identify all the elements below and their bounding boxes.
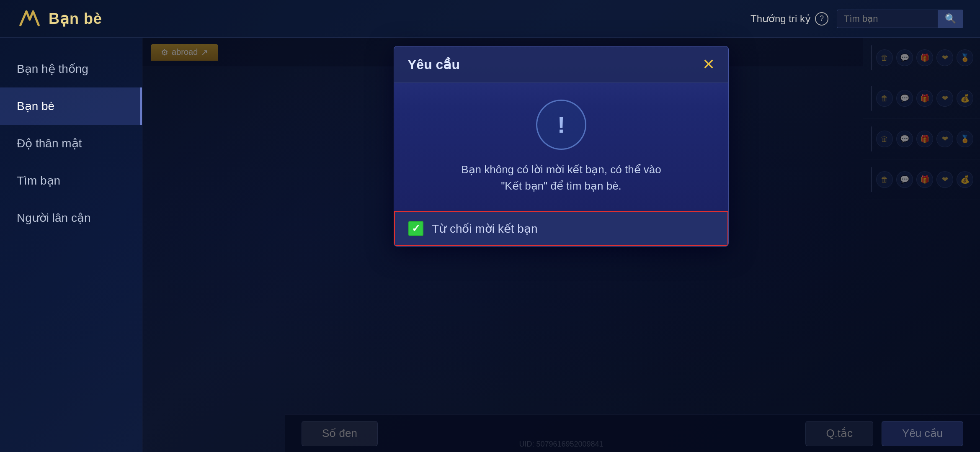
checkmark-icon: ✓ (412, 223, 420, 234)
help-icon[interactable]: ? (815, 12, 828, 26)
sidebar-item-ban-he-thong[interactable]: Bạn hệ thống (0, 50, 142, 87)
dialog-title: Yêu cầu (407, 56, 460, 72)
sidebar-item-nguoi-lan-can[interactable]: Người lân cận (0, 199, 142, 236)
sidebar-item-ban-be[interactable]: Bạn bè (0, 87, 142, 125)
search-button[interactable]: 🔍 (938, 10, 963, 28)
sidebar: Bạn hệ thống Bạn bè Độ thân mật Tìm bạn … (0, 38, 142, 452)
dialog-overlay: Yêu cầu ✕ ! Bạn không có lời mời kết bạn… (142, 38, 980, 452)
content-area: ⚙ abroad ↗ 🗑 💬 🎁 ❤ 🏅 (142, 38, 980, 452)
dialog: Yêu cầu ✕ ! Bạn không có lời mời kết bạn… (394, 46, 729, 247)
checkbox-row[interactable]: ✓ Từ chối mời kết bạn (394, 211, 728, 246)
main-layout: Bạn hệ thống Bạn bè Độ thân mật Tìm bạn … (0, 38, 980, 452)
thuong-tri-ky: Thưởng tri kỷ ? (750, 12, 828, 26)
dialog-close-button[interactable]: ✕ (702, 57, 715, 72)
dialog-body: ! Bạn không có lời mời kết bạn, có thể v… (394, 83, 728, 211)
dialog-header: Yêu cầu ✕ (394, 46, 728, 83)
search-input[interactable] (837, 10, 938, 28)
checkbox-green[interactable]: ✓ (408, 221, 423, 236)
header: Bạn bè Thưởng tri kỷ ? 🔍 (0, 0, 980, 38)
dialog-message: Bạn không có lời mời kết bạn, có thể vào… (461, 162, 661, 194)
sidebar-item-do-than-mat[interactable]: Độ thân mật (0, 125, 142, 162)
logo: Bạn bè (17, 8, 102, 29)
exclamation-icon: ! (557, 113, 565, 136)
logo-icon (17, 8, 42, 29)
header-right: Thưởng tri kỷ ? 🔍 (750, 10, 963, 28)
search-box: 🔍 (837, 10, 963, 28)
sidebar-item-tim-ban[interactable]: Tìm bạn (0, 162, 142, 199)
app-title: Bạn bè (49, 10, 102, 28)
checkbox-label: Từ chối mời kết bạn (432, 222, 537, 236)
warning-circle: ! (536, 100, 586, 150)
